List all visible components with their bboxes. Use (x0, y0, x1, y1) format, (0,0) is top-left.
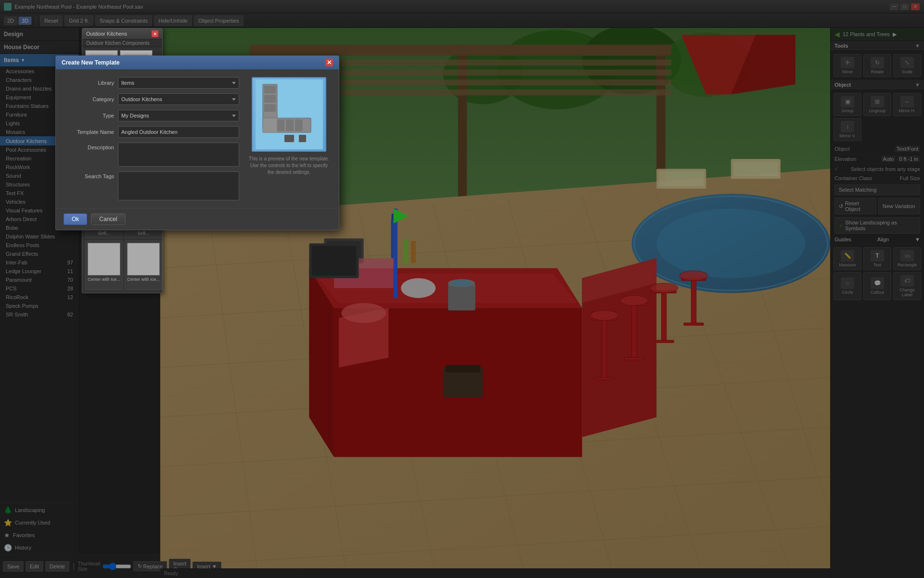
dialog-preview: This is a preview of the new template. U… (247, 77, 331, 200)
item-center-ice-1[interactable]: Center with Ice... (85, 240, 123, 290)
panel-subtitle: Outdoor Kitchen Components (82, 39, 162, 47)
panel-title: Outdoor Kitchens (86, 31, 127, 37)
category-select[interactable]: Outdoor Kitchens (118, 93, 239, 105)
description-row: Description (64, 143, 239, 167)
svg-rect-94 (264, 95, 276, 103)
svg-rect-96 (277, 119, 284, 131)
dialog-body: Library Items Category Outdoor Kitchens … (56, 69, 339, 208)
category-label: Category (64, 96, 114, 102)
dialog-header: Create New Template ✕ (56, 56, 339, 69)
preview-svg (256, 79, 323, 149)
template-name-input[interactable] (118, 126, 239, 138)
type-label: Type (64, 113, 114, 118)
create-template-dialog: Create New Template ✕ Library Items Cate… (55, 55, 339, 230)
search-tags-label: Search Tags (64, 171, 114, 179)
search-tags-row: Search Tags (64, 171, 239, 200)
svg-rect-100 (284, 135, 294, 142)
library-label: Library (64, 80, 114, 86)
svg-rect-101 (299, 135, 306, 142)
dialog-close-button[interactable]: ✕ (325, 59, 333, 66)
item-center-ice-2[interactable]: Center with Ice... (125, 240, 162, 290)
type-row: Type My Designs (64, 110, 239, 121)
svg-rect-97 (286, 119, 294, 131)
description-input[interactable] (118, 143, 239, 167)
template-name-label: Template Name (64, 129, 114, 135)
svg-rect-93 (264, 86, 276, 93)
category-row: Category Outdoor Kitchens (64, 93, 239, 105)
preview-description: This is a preview of the new template. U… (247, 156, 331, 176)
cancel-button[interactable]: Cancel (91, 213, 125, 225)
dialog-title: Create New Template (62, 59, 120, 66)
library-row: Library Items (64, 77, 239, 89)
library-select[interactable]: Items (118, 77, 239, 89)
dialog-buttons: Ok Cancel (56, 208, 339, 230)
svg-rect-99 (263, 118, 277, 132)
search-tags-input[interactable] (118, 171, 239, 200)
svg-rect-98 (295, 119, 303, 131)
dialog-form: Library Items Category Outdoor Kitchens … (64, 77, 239, 200)
template-name-row: Template Name (64, 126, 239, 138)
description-label: Description (64, 143, 114, 150)
panel-header: Outdoor Kitchens ✕ (82, 28, 162, 39)
svg-rect-95 (264, 104, 276, 112)
ok-button[interactable]: Ok (64, 213, 87, 225)
template-preview-image (252, 77, 326, 152)
panel-close-button[interactable]: ✕ (152, 30, 158, 37)
type-select[interactable]: My Designs (118, 110, 239, 121)
